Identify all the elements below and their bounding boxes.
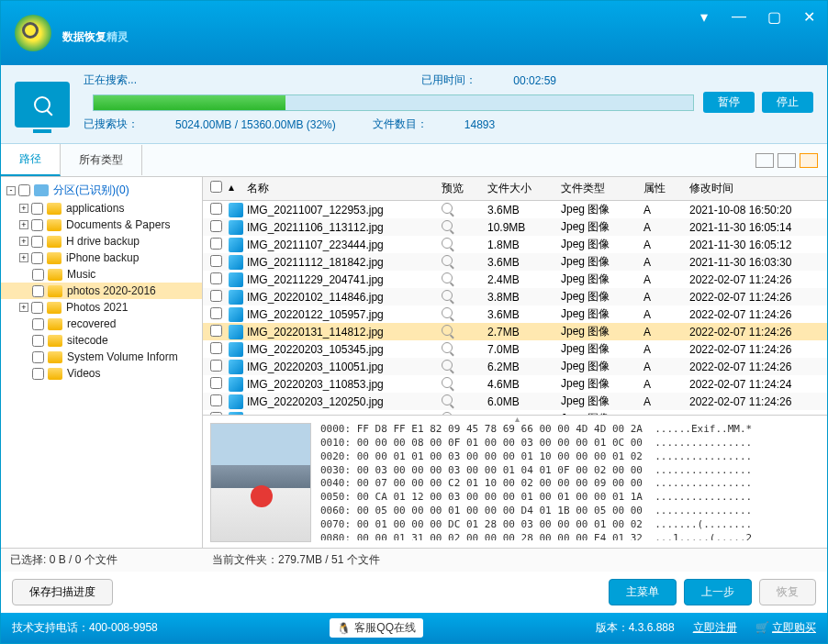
sort-arrow-icon[interactable]: ▴: [229, 181, 243, 196]
preview-icon[interactable]: [442, 203, 453, 214]
register-link[interactable]: 立即注册: [693, 620, 737, 636]
tree-item[interactable]: +applications: [1, 200, 202, 217]
tree-expand-icon[interactable]: +: [19, 204, 28, 213]
preview-icon[interactable]: [442, 272, 453, 283]
col-size[interactable]: 文件大小: [487, 181, 561, 196]
jpeg-file-icon: [229, 360, 243, 374]
file-checkbox[interactable]: [210, 377, 222, 389]
file-checkbox[interactable]: [210, 342, 222, 354]
tree-panel[interactable]: - 分区(已识别)(0) +applications+Documents & P…: [1, 177, 203, 548]
recover-button[interactable]: 恢复: [759, 579, 816, 605]
minimize-button[interactable]: —: [730, 8, 748, 26]
file-checkbox[interactable]: [210, 255, 222, 267]
file-row[interactable]: IMG_20220203_120250.jpg6.0MBJpeg 图像A2022…: [203, 393, 827, 410]
file-checkbox[interactable]: [210, 290, 222, 302]
preview-icon[interactable]: [442, 307, 453, 318]
preview-icon[interactable]: [442, 255, 453, 266]
maximize-button[interactable]: ▢: [765, 8, 783, 26]
tree-collapse-icon[interactable]: -: [6, 186, 16, 195]
preview-icon[interactable]: [442, 377, 453, 388]
file-checkbox[interactable]: [210, 272, 222, 284]
file-row[interactable]: IMG_20220122_105957.jpg3.6MBJpeg 图像A2022…: [203, 305, 827, 323]
file-row[interactable]: IMG_20211229_204741.jpg2.4MBJpeg 图像A2022…: [203, 271, 827, 288]
col-preview[interactable]: 预览: [442, 181, 487, 196]
file-list[interactable]: IMG_20211007_122953.jpg3.6MBJpeg 图像A2021…: [203, 201, 827, 415]
tree-checkbox[interactable]: [32, 368, 44, 380]
col-mtime[interactable]: 修改时间: [689, 181, 827, 196]
tree-expand-icon[interactable]: +: [19, 303, 28, 312]
view-detail-icon[interactable]: [800, 153, 818, 168]
preview-thumbnail[interactable]: [210, 423, 311, 542]
tree-item[interactable]: Videos: [1, 365, 202, 382]
file-checkbox[interactable]: [210, 238, 222, 250]
file-name: IMG_20220203_105345.jpg: [247, 343, 384, 356]
view-grid-icon[interactable]: [755, 153, 774, 168]
tree-checkbox[interactable]: [32, 285, 44, 297]
tree-checkbox[interactable]: [31, 302, 43, 314]
file-row[interactable]: IMG_20220203_110051.jpg6.2MBJpeg 图像A2022…: [203, 358, 827, 375]
tree-checkbox[interactable]: [18, 184, 30, 196]
preview-icon[interactable]: [442, 360, 453, 371]
file-row[interactable]: IMG_20220131_114812.jpg2.7MBJpeg 图像A2022…: [203, 323, 827, 340]
save-scan-progress-button[interactable]: 保存扫描进度: [12, 579, 113, 605]
prev-button[interactable]: 上一步: [684, 579, 752, 605]
tree-checkbox[interactable]: [31, 252, 43, 264]
col-type[interactable]: 文件类型: [561, 181, 643, 196]
select-all-checkbox[interactable]: [210, 181, 222, 193]
tab-path[interactable]: 路径: [1, 144, 61, 176]
preview-icon[interactable]: [442, 290, 453, 301]
tree-checkbox[interactable]: [32, 351, 44, 363]
tree-expand-icon[interactable]: +: [19, 220, 28, 229]
file-row[interactable]: IMG_20211106_113112.jpg10.9MBJpeg 图像A202…: [203, 218, 827, 236]
tree-item[interactable]: +Documents & Papers: [1, 217, 202, 233]
col-attr[interactable]: 属性: [643, 181, 689, 196]
file-checkbox[interactable]: [210, 307, 222, 319]
tree-checkbox[interactable]: [31, 203, 43, 215]
tree-item[interactable]: sitecode: [1, 332, 202, 349]
tree-item[interactable]: System Volume Inform: [1, 349, 202, 365]
close-button[interactable]: ✕: [800, 8, 818, 26]
tree-checkbox[interactable]: [31, 219, 43, 231]
preview-icon[interactable]: [442, 325, 453, 336]
tree-item[interactable]: photos 2020-2016: [1, 283, 202, 299]
dropdown-icon[interactable]: ▾: [695, 8, 713, 26]
file-checkbox[interactable]: [210, 203, 222, 215]
tree-checkbox[interactable]: [32, 269, 44, 281]
file-checkbox[interactable]: [210, 325, 222, 337]
tree-item[interactable]: Music: [1, 266, 202, 283]
preview-icon[interactable]: [442, 220, 453, 231]
buy-link[interactable]: 立即购买: [772, 621, 816, 634]
file-row[interactable]: IMG_20211107_223444.jpg1.8MBJpeg 图像A2021…: [203, 236, 827, 253]
buy-now[interactable]: 🛒 立即购买: [755, 620, 816, 636]
file-row[interactable]: IMG_20220203_105345.jpg7.0MBJpeg 图像A2022…: [203, 340, 827, 358]
tree-item[interactable]: +Photos 2021: [1, 299, 202, 316]
pause-button[interactable]: 暂停: [703, 92, 755, 113]
file-checkbox[interactable]: [210, 360, 222, 372]
tree-checkbox[interactable]: [32, 318, 44, 330]
qq-support-badge[interactable]: 🐧客服QQ在线: [330, 618, 423, 638]
tree-expand-icon[interactable]: +: [19, 237, 28, 246]
view-list-icon[interactable]: [778, 153, 796, 168]
file-checkbox[interactable]: [210, 394, 222, 406]
col-name[interactable]: 名称: [243, 181, 442, 196]
tab-all-types[interactable]: 所有类型: [61, 145, 142, 175]
tree-item[interactable]: recovered: [1, 316, 202, 332]
hex-dump: 0000: FF D8 FF E1 82 09 45 78 69 66 00 0…: [320, 423, 820, 540]
file-row[interactable]: IMG_20220102_114846.jpg3.8MBJpeg 图像A2022…: [203, 288, 827, 305]
preview-icon[interactable]: [442, 394, 453, 405]
file-row[interactable]: IMG_20220203_110853.jpg4.6MBJpeg 图像A2022…: [203, 375, 827, 393]
preview-icon[interactable]: [442, 238, 453, 249]
tree-checkbox[interactable]: [31, 236, 43, 248]
tree-expand-icon[interactable]: +: [19, 253, 28, 262]
tree-root[interactable]: - 分区(已识别)(0): [1, 181, 202, 200]
app-title: 数据恢复精灵: [62, 20, 129, 46]
tree-checkbox[interactable]: [32, 335, 44, 347]
tree-item[interactable]: +H drive backup: [1, 233, 202, 250]
file-row[interactable]: IMG_20211112_181842.jpg3.6MBJpeg 图像A2021…: [203, 253, 827, 271]
file-checkbox[interactable]: [210, 220, 222, 232]
main-menu-button[interactable]: 主菜单: [609, 579, 677, 605]
file-row[interactable]: IMG_20211007_122953.jpg3.6MBJpeg 图像A2021…: [203, 201, 827, 218]
tree-item[interactable]: +iPhone backup: [1, 250, 202, 266]
preview-icon[interactable]: [442, 342, 453, 353]
stop-button[interactable]: 停止: [762, 92, 813, 113]
